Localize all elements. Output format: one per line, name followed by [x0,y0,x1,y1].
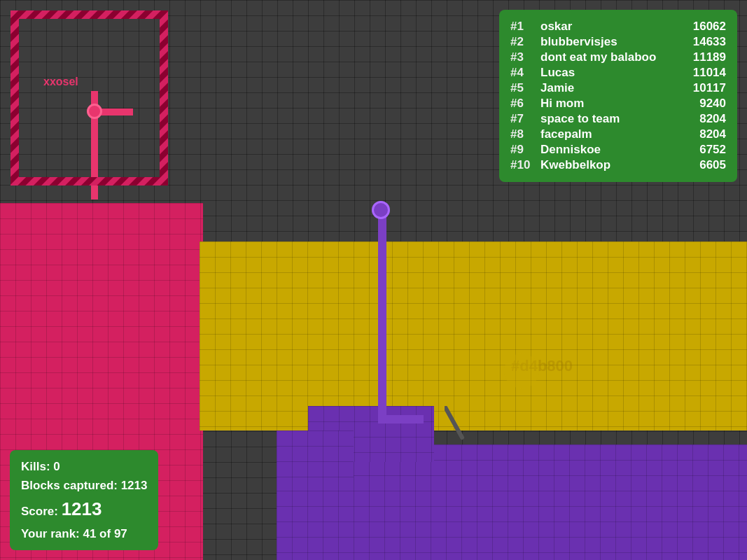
territory-yellow-right [392,241,747,430]
lb-score: 10117 [684,81,726,95]
lb-rank: #2 [510,35,535,49]
player-dot-red [87,104,102,119]
leaderboard: #1oskar16062#2blubbervisjes14633#3dont e… [499,10,737,182]
leaderboard-row: #6Hi mom9240 [510,97,726,111]
leaderboard-row: #7space to team8204 [510,112,726,126]
trail-purple-v [378,206,386,416]
lb-name: Jamie [540,81,678,95]
lb-name: Denniskoe [540,143,678,157]
kills-stat: Kills: 0 [21,457,147,476]
leaderboard-row: #4Lucas11014 [510,66,726,80]
leaderboard-row: #2blubbervisjes14633 [510,35,726,49]
lb-name: Kwebbelkop [540,158,678,172]
lb-score: 11014 [684,66,726,80]
svg-line-6 [445,406,462,438]
yellow-player-ghost [504,354,539,388]
lb-rank: #1 [510,20,535,34]
score-stat: Score: 1213 [21,495,147,524]
lb-rank: #3 [510,50,535,64]
lb-score: 6605 [684,158,726,172]
lb-name: blubbervisjes [540,35,678,49]
svg-rect-4 [11,10,19,186]
lb-rank: #6 [510,97,535,111]
leaderboard-row: #8facepalm8204 [510,127,726,141]
rank-stat: Your rank: 41 of 97 [21,524,147,543]
lb-name: facepalm [540,127,678,141]
score-value: 1213 [62,498,102,519]
stats-box: Kills: 0 Blocks captured: 1213 Score: 12… [10,450,158,550]
blocks-stat: Blocks captured: 1213 [21,476,147,495]
lb-name: oskar [540,20,678,34]
lb-score: 9240 [684,97,726,111]
leaderboard-row: #3dont eat my balaboo11189 [510,50,726,64]
leaderboard-rows: #1oskar16062#2blubbervisjes14633#3dont e… [510,20,726,172]
svg-rect-3 [11,177,168,186]
lb-name: Hi mom [540,97,678,111]
svg-rect-5 [160,10,168,186]
lb-name: space to team [540,112,678,126]
lb-rank: #5 [510,81,535,95]
score-label: Score: [21,505,58,518]
leaderboard-row: #1oskar16062 [510,20,726,34]
lb-name: dont eat my balaboo [540,50,678,64]
diagonal-mark [445,406,466,444]
lb-score: 8204 [684,127,726,141]
svg-rect-2 [11,10,168,19]
player-name-label: xxosel [43,76,78,88]
lb-name: Lucas [540,66,678,80]
leaderboard-row: #5Jamie10117 [510,81,726,95]
game-canvas: #d4b800 [0,0,747,560]
lb-score: 6752 [684,143,726,157]
territory-yellow-piece1 [200,241,277,289]
lb-score: 11189 [684,50,726,64]
lb-rank: #8 [510,127,535,141]
lb-score: 8204 [684,112,726,126]
leaderboard-row: #9Denniskoe6752 [510,143,726,157]
territory-purple-lower-left [277,430,354,486]
lb-rank: #10 [510,158,535,172]
lb-rank: #4 [510,66,535,80]
trail-purple-h [378,415,424,424]
lb-score: 16062 [684,20,726,34]
lb-score: 14633 [684,35,726,49]
player-dot-purple [372,201,390,219]
red-border-box [11,10,168,186]
leaderboard-row: #10Kwebbelkop6605 [510,158,726,172]
lb-rank: #9 [510,143,535,157]
lb-rank: #7 [510,112,535,126]
